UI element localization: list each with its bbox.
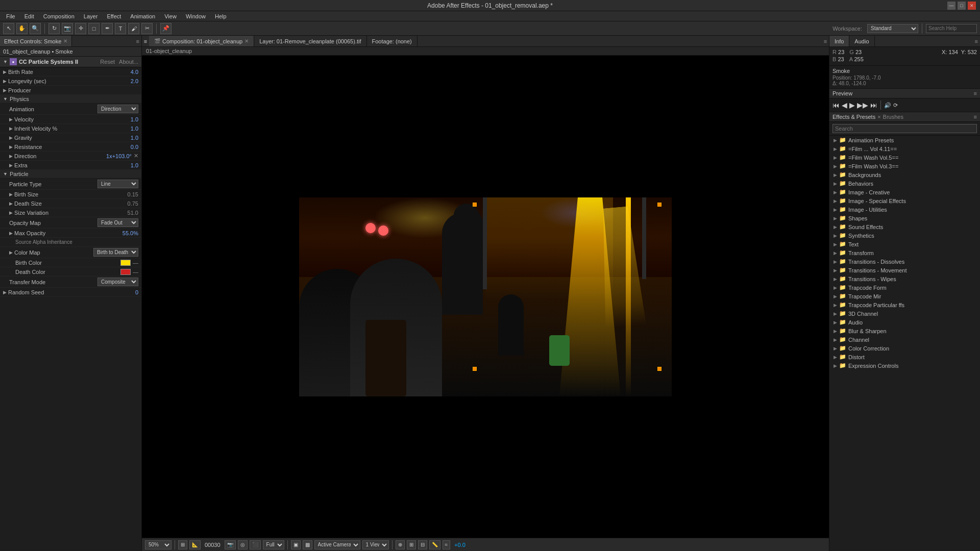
opacity-map-dropdown[interactable]: Fade Out xyxy=(97,218,138,227)
particle-twirl[interactable]: ▼ xyxy=(3,59,8,64)
preset-folder-9[interactable]: ▶ 📁 Sound Effects xyxy=(829,222,980,231)
direction-reset-icon[interactable]: ✕ xyxy=(134,153,138,159)
anim-presets-twirl[interactable]: ▶ xyxy=(834,138,837,143)
extra-value[interactable]: 1.0 xyxy=(113,162,138,168)
longevity-twirl[interactable]: ▶ xyxy=(3,79,8,84)
max-opacity-value[interactable]: 55.0% xyxy=(113,230,138,236)
about-btn[interactable]: About... xyxy=(119,59,138,65)
audio-tab[interactable]: Audio xyxy=(849,36,874,46)
color-map-twirl[interactable]: ▶ xyxy=(9,250,14,255)
preset-folder-23[interactable]: ▶ 📁 Color Correction xyxy=(829,344,980,353)
pen-tool[interactable]: ✒ xyxy=(102,23,113,34)
death-color-swatch[interactable] xyxy=(120,269,131,275)
menu-effect[interactable]: Effect xyxy=(103,12,125,20)
folder-twirl-5[interactable]: ▶ xyxy=(834,190,837,195)
resolution-btn[interactable]: ⬛ xyxy=(250,540,261,549)
preset-folder-1[interactable]: ▶ 📁 =Film Wash Vol.5== xyxy=(829,153,980,162)
preset-folder-22[interactable]: ▶ 📁 Channel xyxy=(829,335,980,344)
folder-twirl-11[interactable]: ▶ xyxy=(834,242,837,247)
close-button[interactable]: ✕ xyxy=(968,2,976,10)
transfer-mode-dropdown[interactable]: Composite xyxy=(97,278,138,286)
anchor-tool[interactable]: ✛ xyxy=(75,23,86,34)
size-var-value[interactable]: 51.0 xyxy=(113,210,138,216)
prev-last-btn[interactable]: ⏭ xyxy=(870,101,877,109)
maximize-button[interactable]: □ xyxy=(958,2,966,10)
folder-twirl-22[interactable]: ▶ xyxy=(834,337,837,342)
shape-tool[interactable]: □ xyxy=(88,23,100,34)
preset-folder-15[interactable]: ▶ 📁 Transitions - Wipes xyxy=(829,274,980,283)
rulers-btn[interactable]: 📏 xyxy=(429,540,440,549)
viewer-menu-btn[interactable]: ≡ xyxy=(822,36,829,47)
menu-layer[interactable]: Layer xyxy=(80,12,102,20)
gravity-value[interactable]: 1.0 xyxy=(113,135,138,141)
prev-play-btn[interactable]: ▶ xyxy=(849,101,855,109)
folder-twirl-3[interactable]: ▶ xyxy=(834,172,837,178)
folder-twirl-21[interactable]: ▶ xyxy=(834,329,837,334)
preset-folder-2[interactable]: ▶ 📁 =Film Wash Vol.3== xyxy=(829,162,980,170)
zoom-select[interactable]: 50% 100% 25% xyxy=(145,540,172,549)
zoom-tool[interactable]: 🔍 xyxy=(30,23,41,34)
effects-presets[interactable]: Effects & Presets × Brushes ≡ ▶ 📁 Animat… xyxy=(829,112,980,551)
resistance-value[interactable]: 0.0 xyxy=(113,144,138,150)
animation-dropdown[interactable]: Direction xyxy=(97,105,138,113)
preset-folder-25[interactable]: ▶ 📁 Expression Controls xyxy=(829,361,980,370)
folder-twirl-20[interactable]: ▶ xyxy=(834,320,837,325)
direction-twirl[interactable]: ▶ xyxy=(9,154,14,159)
3d-axes-btn[interactable]: ⊕ xyxy=(396,540,405,549)
preset-folder-4[interactable]: ▶ 📁 Behaviors xyxy=(829,179,980,188)
minimize-button[interactable]: — xyxy=(947,2,955,10)
preset-folder-5[interactable]: ▶ 📁 Image - Creative xyxy=(829,188,980,196)
workspace-select[interactable]: Standard xyxy=(867,24,918,33)
camera-select[interactable]: Active Camera xyxy=(314,540,360,549)
preset-folder-12[interactable]: ▶ 📁 Transform xyxy=(829,248,980,257)
layer-tab[interactable]: Layer: 01-Remove_cleanplate (00065).tif xyxy=(254,36,366,46)
footage-tab[interactable]: Footage: (none) xyxy=(367,36,418,46)
menu-composition[interactable]: Composition xyxy=(39,12,79,20)
ruler-btn[interactable]: 📐 xyxy=(189,540,201,549)
hand-tool[interactable]: ✋ xyxy=(16,23,28,34)
folder-twirl-10[interactable]: ▶ xyxy=(834,233,837,238)
preset-folder-17[interactable]: ▶ 📁 Trapcode Mir xyxy=(829,292,980,300)
menu-window[interactable]: Window xyxy=(182,12,210,20)
folder-twirl-6[interactable]: ▶ xyxy=(834,198,837,204)
snapshot-btn[interactable]: 📷 xyxy=(225,540,236,549)
folder-twirl-17[interactable]: ▶ xyxy=(834,294,837,299)
folder-twirl-13[interactable]: ▶ xyxy=(834,259,837,264)
roi-btn[interactable]: ▣ xyxy=(291,540,301,549)
random-seed-twirl[interactable]: ▶ xyxy=(3,290,8,295)
menu-animation[interactable]: Animation xyxy=(126,12,159,20)
preset-folder-20[interactable]: ▶ 📁 Audio xyxy=(829,318,980,327)
particle-system-header[interactable]: ▼ ● CC Particle Systems II Reset About..… xyxy=(0,57,141,67)
folder-twirl-25[interactable]: ▶ xyxy=(834,363,837,368)
folder-twirl-19[interactable]: ▶ xyxy=(834,311,837,316)
brushes-tab[interactable]: Brushes xyxy=(883,114,903,120)
death-size-twirl[interactable]: ▶ xyxy=(9,201,14,206)
particle-sub-twirl[interactable]: ▼ xyxy=(3,171,8,177)
folder-twirl-9[interactable]: ▶ xyxy=(834,224,837,230)
folder-twirl-2[interactable]: ▶ xyxy=(834,164,837,169)
birth-size-twirl[interactable]: ▶ xyxy=(9,192,14,197)
physics-twirl[interactable]: ▼ xyxy=(3,96,8,102)
folder-twirl-12[interactable]: ▶ xyxy=(834,251,837,256)
preset-folder-3[interactable]: ▶ 📁 Backgrounds xyxy=(829,170,980,179)
particle-subheader[interactable]: ▼ Particle xyxy=(0,170,141,179)
brush-tool[interactable]: 🖌 xyxy=(128,23,139,34)
birth-size-value[interactable]: 0.15 xyxy=(113,191,138,197)
preset-folder-6[interactable]: ▶ 📁 Image - Special Effects xyxy=(829,196,980,205)
death-size-value[interactable]: 0.75 xyxy=(113,201,138,207)
effect-controls-scroll[interactable]: ▼ ● CC Particle Systems II Reset About..… xyxy=(0,57,141,551)
effects-search-input[interactable] xyxy=(832,124,977,133)
preview-menu[interactable]: ≡ xyxy=(974,90,977,96)
preset-folder-0[interactable]: ▶ 📁 =Film ... Vol 4.11== xyxy=(829,144,980,153)
physics-header[interactable]: ▼ Physics xyxy=(0,95,141,104)
comp-tab-close[interactable]: ✕ xyxy=(244,38,249,44)
animation-presets-folder[interactable]: ▶ 📁 Animation Presets xyxy=(829,136,980,144)
folder-twirl-7[interactable]: ▶ xyxy=(834,207,837,212)
preset-folder-10[interactable]: ▶ 📁 Synthetics xyxy=(829,231,980,240)
menu-view[interactable]: View xyxy=(160,12,181,20)
view-select[interactable]: 1 View 2 Views xyxy=(362,540,389,549)
show-channel-btn[interactable]: ◎ xyxy=(238,540,248,549)
folder-twirl-18[interactable]: ▶ xyxy=(834,303,837,308)
direction-value[interactable]: 1x+103.0° xyxy=(106,153,132,159)
folder-twirl-24[interactable]: ▶ xyxy=(834,355,837,360)
